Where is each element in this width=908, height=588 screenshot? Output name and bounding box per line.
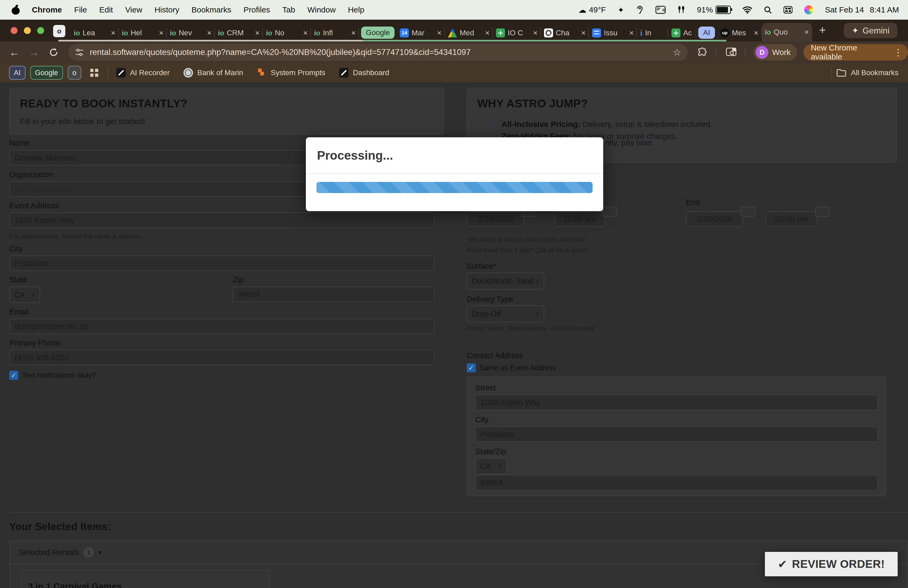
menu-item-view[interactable]: View (125, 5, 142, 14)
close-tab-icon[interactable]: × (255, 28, 260, 37)
close-tab-icon[interactable]: × (303, 28, 308, 37)
delivery-type-select[interactable]: Drop-Off ∨ (467, 305, 544, 322)
menu-item-profiles[interactable]: Profiles (243, 5, 270, 14)
bookmark-dashboard[interactable]: Dashboard (339, 68, 389, 77)
tab-lea[interactable]: io Lea × (71, 24, 119, 42)
tab-ac[interactable]: Ac (668, 24, 696, 42)
new-tab-button[interactable]: + (819, 23, 826, 37)
start-date-input[interactable]: 2/25/2026 (467, 211, 524, 227)
update-chrome-button[interactable]: New Chrome available ⋮ (803, 44, 908, 61)
menu-item-history[interactable]: History (155, 5, 179, 14)
rental-item-card[interactable]: 3 in 1 Carnival Games (21, 570, 270, 588)
close-tab-icon[interactable]: × (159, 28, 164, 37)
menu-item-help[interactable]: Help (348, 5, 364, 14)
tab-group-google[interactable]: Google (361, 27, 394, 39)
apps-grid-icon[interactable] (90, 69, 98, 77)
siri-icon[interactable] (804, 5, 813, 14)
wifi-icon[interactable] (742, 6, 752, 13)
state-select[interactable]: CA ∨ (9, 287, 40, 303)
menu-app-name[interactable]: Chrome (32, 5, 62, 14)
bookmark-pill-ai[interactable]: AI (9, 66, 26, 80)
close-tab-icon[interactable]: × (754, 28, 758, 37)
airpods-icon[interactable] (677, 6, 685, 14)
keyboard-settings-icon[interactable]: ⌘ (655, 6, 666, 14)
close-tab-icon[interactable]: × (111, 28, 116, 37)
phone-input[interactable]: (415) 336-6255 (9, 350, 435, 365)
extensions-icon[interactable] (697, 47, 707, 57)
tab-issu[interactable]: Issu × (589, 24, 637, 42)
minimize-window-button[interactable] (24, 27, 31, 34)
contact-city-input[interactable]: Petaluma (475, 427, 878, 442)
url-text[interactable]: rental.software/quotes/quoteme.php?name=… (90, 48, 471, 57)
address-bar[interactable]: rental.software/quotes/quoteme.php?name=… (69, 44, 687, 61)
bookmark-bank-of-marin[interactable]: Bank of Marin (184, 68, 243, 77)
end-date-picker-button[interactable] (741, 207, 755, 217)
tab-infl[interactable]: io Infl × (311, 24, 359, 42)
menu-clock[interactable]: Sat Feb 14 8:41 AM (825, 5, 899, 14)
email-input[interactable]: dom@martinezhc.co (9, 319, 435, 334)
forward-button[interactable]: → (29, 47, 39, 58)
tab-group-ai[interactable]: AI (698, 27, 715, 39)
end-date-input[interactable]: 2/25/2026 (686, 211, 743, 227)
bookmark-ai-recorder[interactable]: AI Recorder (116, 68, 170, 77)
gemini-button[interactable]: ✦ Gemini (844, 23, 897, 38)
tab-quo-active[interactable]: io Quo × (762, 23, 812, 42)
city-input[interactable]: Petaluma (9, 256, 435, 271)
sms-checkbox[interactable]: ✓ (9, 371, 18, 380)
battery-status[interactable]: 91% (697, 5, 731, 14)
menu-item-bookmarks[interactable]: Bookmarks (192, 5, 231, 14)
pinned-tab[interactable]: o (53, 25, 65, 37)
menu-item-file[interactable]: File (74, 5, 87, 14)
close-window-button[interactable] (11, 27, 18, 34)
zip-input[interactable]: 94954 (233, 287, 435, 302)
apple-icon[interactable] (12, 5, 19, 14)
start-time-input[interactable]: 11:00 am (555, 211, 605, 227)
surface-select[interactable]: Deck/Wood- Sand ∨ (467, 272, 544, 290)
weather-status[interactable]: ☁ 49°F (578, 5, 606, 14)
bookmark-pill-o[interactable]: o (68, 66, 81, 80)
side-panel-search-icon[interactable] (726, 48, 736, 57)
bookmark-pill-google[interactable]: Google (30, 66, 63, 80)
all-bookmarks-button[interactable]: All Bookmarks (831, 68, 898, 78)
hearing-icon[interactable] (636, 5, 644, 14)
menu-item-edit[interactable]: Edit (99, 5, 113, 14)
tab-crm[interactable]: io CRM × (215, 24, 263, 42)
site-settings-icon[interactable] (75, 48, 84, 57)
sparkle-menu-icon[interactable]: ✦ (618, 5, 624, 14)
event-address-input[interactable]: 1020 Aspen Way (9, 213, 435, 228)
bookmark-star-icon[interactable]: ☆ (673, 47, 681, 58)
close-tab-icon[interactable]: × (207, 28, 212, 37)
control-center-icon[interactable] (784, 6, 792, 13)
end-time-input[interactable]: 03:00 pm (765, 211, 818, 227)
tab-mes[interactable]: up Mes × (717, 24, 762, 42)
bookmark-system-prompts[interactable]: System Prompts (257, 68, 325, 77)
close-tab-icon[interactable]: × (533, 28, 538, 37)
tab-hel[interactable]: io Hel × (119, 24, 167, 42)
browser-menu-icon[interactable]: ⋮ (894, 47, 903, 58)
reload-button[interactable] (48, 47, 59, 58)
street-input[interactable]: 1020 Aspen Way (475, 395, 878, 410)
spotlight-search-icon[interactable] (764, 6, 772, 14)
tab-cha[interactable]: Cha × (541, 24, 589, 42)
review-order-button[interactable]: ✔ REVIEW ORDER! (765, 552, 898, 576)
profile-chip[interactable]: D Work (753, 44, 797, 61)
end-time-picker-button[interactable] (815, 207, 830, 217)
contact-zip-input[interactable]: 94954 (475, 475, 878, 490)
tab-no[interactable]: io No × (263, 24, 311, 42)
close-tab-icon[interactable]: × (804, 27, 809, 37)
close-tab-icon[interactable]: × (437, 28, 442, 37)
start-time-picker-button[interactable] (603, 207, 617, 217)
tab-mar[interactable]: 14 Mar × (397, 24, 445, 42)
close-tab-icon[interactable]: × (351, 28, 356, 37)
tab-io[interactable]: IO C × (493, 24, 541, 42)
close-tab-icon[interactable]: × (581, 28, 586, 37)
zoom-window-button[interactable] (37, 27, 44, 34)
menu-item-window[interactable]: Window (307, 5, 336, 14)
contact-state-select[interactable]: CA ∨ (475, 458, 507, 474)
back-button[interactable]: ← (9, 47, 19, 58)
tab-med[interactable]: Med × (445, 24, 493, 42)
close-tab-icon[interactable]: × (629, 28, 634, 37)
close-tab-icon[interactable]: × (485, 28, 490, 37)
menu-item-tab[interactable]: Tab (282, 5, 295, 14)
same-as-event-checkbox[interactable]: ✓ (467, 363, 476, 372)
